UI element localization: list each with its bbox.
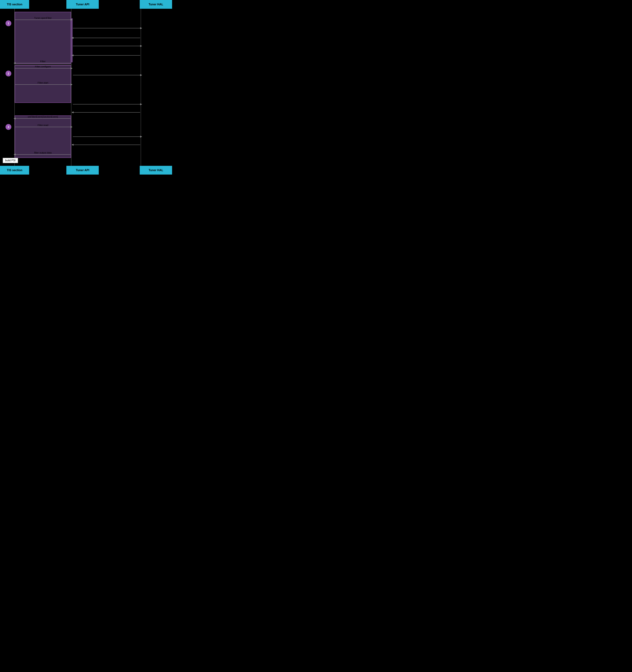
svg-marker-47 (140, 136, 142, 138)
svg-marker-44 (71, 126, 73, 128)
svg-rect-22 (15, 66, 71, 103)
svg-text:Filter.start: Filter.start (38, 81, 48, 84)
svg-rect-3 (15, 12, 71, 64)
svg-point-38 (5, 124, 11, 130)
svg-marker-15 (140, 45, 142, 47)
sequence-area: 1 Tuner.openFilter Filter (0, 9, 172, 166)
svg-text:onFilterEvent(SectionEvent): onFilterEvent(SectionEvent) (28, 115, 58, 118)
footer-tuner-api: Tuner API (66, 166, 99, 174)
footer-tis: TIS section (0, 166, 29, 174)
header-bar: TIS section Tuner API Tuner HAL (0, 0, 172, 9)
svg-text:1: 1 (8, 22, 9, 25)
build-psi-box: build PSI (3, 158, 18, 163)
header-tuner-api: Tuner API (66, 0, 99, 9)
svg-marker-17 (72, 54, 73, 56)
svg-text:2: 2 (8, 72, 9, 75)
header-tuner-hal: Tuner HAL (140, 0, 172, 9)
arrows-svg: 1 Tuner.openFilter Filter (0, 9, 172, 166)
svg-marker-31 (71, 83, 73, 86)
svg-point-23 (5, 71, 11, 76)
svg-rect-37 (15, 116, 71, 158)
svg-text:filter output data: filter output data (34, 151, 52, 154)
footer-bar: TIS section Tuner API Tuner HAL (0, 166, 172, 174)
svg-text:3: 3 (8, 126, 9, 128)
svg-rect-4 (71, 19, 73, 62)
svg-point-5 (5, 20, 11, 26)
svg-marker-41 (14, 118, 16, 120)
svg-marker-8 (71, 19, 73, 21)
svg-marker-36 (72, 112, 73, 113)
build-psi-label: build PSI (5, 159, 16, 162)
svg-marker-49 (72, 144, 73, 146)
svg-text:Filter: Filter (40, 60, 46, 63)
svg-rect-21 (15, 65, 72, 66)
header-tis: TIS section (0, 0, 29, 9)
svg-marker-13 (72, 37, 73, 39)
svg-text:Tuner.openFilter: Tuner.openFilter (34, 17, 52, 19)
svg-marker-19 (14, 62, 16, 64)
sequence-diagram: TIS section Tuner API Tuner HAL 1 Tuner.… (0, 0, 172, 174)
svg-marker-26 (71, 67, 73, 69)
svg-text:Filter.read: Filter.read (38, 124, 48, 126)
svg-marker-11 (140, 27, 142, 29)
footer-tuner-hal: Tuner HAL (140, 166, 172, 174)
svg-text:Filter.configure: Filter.configure (35, 65, 51, 68)
svg-marker-34 (140, 103, 142, 105)
svg-marker-51 (14, 153, 16, 155)
svg-marker-29 (140, 74, 142, 76)
